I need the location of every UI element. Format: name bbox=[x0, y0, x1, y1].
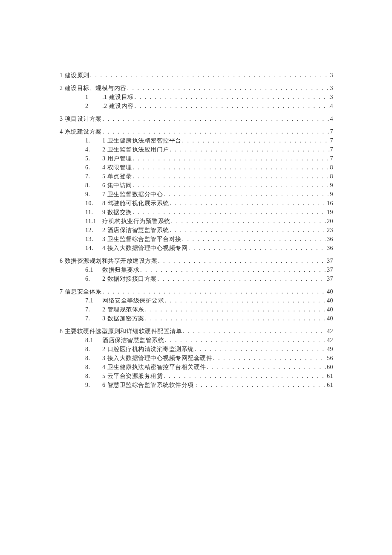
toc-page-number: 61 bbox=[326, 382, 333, 388]
toc-entry[interactable]: 7.5 单点登录8 bbox=[85, 174, 333, 180]
toc-entry[interactable]: 14.4 接入大数据管理中心视频专网36 bbox=[85, 245, 333, 251]
toc-entry-title: 酒店保洁智慧监管系统 bbox=[102, 337, 164, 343]
toc-entry[interactable]: 4 系统建设方案7 bbox=[60, 129, 333, 135]
toc-page-number: 7 bbox=[329, 138, 334, 144]
toc-leader-dots bbox=[200, 382, 326, 388]
toc-entry[interactable]: 6.1 数据归集要求37 bbox=[85, 267, 333, 273]
toc-entry-number: 2 bbox=[85, 103, 102, 109]
toc-entry-number: 6. bbox=[85, 276, 102, 282]
toc-leader-dots bbox=[102, 129, 329, 135]
toc-entry-number: 11. bbox=[85, 209, 102, 215]
toc-leader-dots bbox=[132, 156, 329, 162]
toc-entry-number: 8. bbox=[85, 364, 102, 370]
toc-entry-title: 2 口腔医疗机构清洗消毒监测系统 bbox=[102, 346, 194, 352]
toc-page-number: 3 bbox=[329, 73, 334, 78]
toc-entry-title: 7 信息安全体系 bbox=[60, 289, 102, 295]
toc-entry-number: 7.1 bbox=[85, 298, 102, 304]
toc-leader-dots bbox=[169, 200, 326, 206]
toc-leader-dots bbox=[169, 147, 329, 153]
toc-entry[interactable]: 2.2 建设内容4 bbox=[85, 103, 333, 109]
toc-entry[interactable]: 6.2 数据对接接口方案37 bbox=[85, 276, 333, 282]
toc-leader-dots bbox=[134, 94, 329, 100]
toc-entry-title: 9 数据交换 bbox=[102, 209, 132, 215]
toc-page-number: 42 bbox=[326, 337, 333, 343]
toc-leader-dots bbox=[127, 85, 329, 91]
toc-entry-number: 6. bbox=[85, 165, 102, 171]
toc-entry-number: 11.1 bbox=[85, 218, 102, 224]
toc-entry[interactable]: 8 主要软硬件选型原则和详细软硬件配置清单42 bbox=[60, 328, 333, 334]
toc-leader-dots bbox=[157, 276, 326, 282]
toc-entry-title: 6 集中访问 bbox=[102, 183, 132, 189]
toc-entry-number: 7. bbox=[85, 307, 102, 313]
toc-entry[interactable]: 9.7 卫生监督数据分中心9 bbox=[85, 192, 333, 198]
toc-entry[interactable]: 2 建设目标、规模与内容3 bbox=[60, 85, 333, 91]
toc-entry[interactable]: 1 建设原则3 bbox=[60, 73, 333, 78]
toc-entry-number: 12. bbox=[85, 227, 102, 233]
toc-entry-number: 1. bbox=[85, 138, 102, 144]
toc-page-number: 19 bbox=[326, 209, 333, 215]
toc-entry[interactable]: 6 数据资源规划和共享开放建设方案37 bbox=[60, 258, 333, 264]
toc-entry-title: 4 接入大数据管理中心视频专网 bbox=[102, 245, 187, 251]
toc-entry-title: 8 主要软硬件选型原则和详细软硬件配置清单 bbox=[60, 328, 182, 334]
toc-entry[interactable]: 13.3 卫生监督综合监管平台对接36 bbox=[85, 236, 333, 242]
toc-entry[interactable]: 11.1 疗机构执业行为预警系统20 bbox=[85, 218, 333, 224]
toc-entry-title: 网络安全等级保护要求 bbox=[102, 298, 164, 304]
toc-entry-title: 2 酒店保洁智慧监管系统 bbox=[102, 227, 169, 233]
toc-entry-title: 3 接入大数据管理中心视频专网配套硬件 bbox=[102, 355, 212, 361]
toc-entry[interactable]: 10.8 驾驶舱可视化展示系统16 bbox=[85, 200, 333, 206]
toc-entry-title: 8 驾驶舱可视化展示系统 bbox=[102, 200, 169, 206]
toc-leader-dots bbox=[212, 355, 326, 361]
toc-page-number: 4 bbox=[329, 103, 334, 109]
toc-page-number: 8 bbox=[329, 174, 334, 180]
toc-leader-dots bbox=[163, 373, 326, 379]
toc-entry[interactable]: 8.3 接入大数据管理中心视频专网配套硬件56 bbox=[85, 355, 333, 361]
toc-entry[interactable]: 9.6 智慧卫监综合监管系统软件分项：61 bbox=[85, 382, 333, 388]
toc-entry[interactable]: 8.2 口腔医疗机构清洗消毒监测系统49 bbox=[85, 346, 333, 352]
toc-page-number: 16 bbox=[326, 200, 333, 206]
toc-leader-dots bbox=[169, 227, 326, 233]
toc-page-number: 9 bbox=[329, 192, 334, 198]
toc-entry-number: 9. bbox=[85, 382, 102, 388]
toc-leader-dots bbox=[206, 364, 326, 370]
toc-entry-title: .1 建设目标 bbox=[102, 94, 134, 100]
toc-entry[interactable]: 8.4 卫生健康执法精密智控平台相关硬件60 bbox=[85, 364, 333, 370]
toc-page-number: 3 bbox=[329, 94, 334, 100]
toc-leader-dots bbox=[134, 103, 329, 109]
toc-leader-dots bbox=[164, 298, 326, 304]
toc-page-number: 9 bbox=[329, 183, 334, 189]
toc-entry[interactable]: 8.5 云平台资源服务租赁61 bbox=[85, 373, 333, 379]
toc-entry-title: 3 卫生监督综合监管平台对接 bbox=[102, 236, 182, 242]
toc-entry-title: 数据归集要求 bbox=[102, 267, 139, 273]
toc-entry-number: 8. bbox=[85, 183, 102, 189]
table-of-contents: 1 建设原则32 建设目标、规模与内容31.1 建设目标32.2 建设内容43 … bbox=[59, 73, 333, 388]
toc-entry-number: 8.1 bbox=[85, 337, 102, 343]
toc-entry[interactable]: 1.1 建设目标3 bbox=[85, 94, 333, 100]
toc-entry-number: 13. bbox=[85, 236, 102, 242]
toc-entry[interactable]: 8.1酒店保洁智慧监管系统42 bbox=[85, 337, 333, 343]
toc-entry-number: 9. bbox=[85, 192, 102, 198]
toc-entry[interactable]: 7.2 管理规范体系40 bbox=[85, 307, 333, 313]
toc-entry[interactable]: 5.3 用户管理7 bbox=[85, 156, 333, 162]
toc-page-number: 40 bbox=[326, 316, 333, 322]
toc-entry[interactable]: 12.2 酒店保洁智慧监管系统23 bbox=[85, 227, 333, 233]
toc-page-number: 40 bbox=[326, 307, 333, 313]
toc-entry-title: 4 权限管理 bbox=[102, 165, 132, 171]
toc-entry-number: 8. bbox=[85, 373, 102, 379]
toc-page-number: 36 bbox=[326, 236, 333, 242]
toc-entry[interactable]: 11.9 数据交换19 bbox=[85, 209, 333, 215]
toc-leader-dots bbox=[163, 192, 329, 198]
toc-page-number: 49 bbox=[326, 346, 333, 352]
toc-leader-dots bbox=[144, 316, 326, 322]
toc-entry[interactable]: 7.1网络安全等级保护要求40 bbox=[85, 298, 333, 304]
toc-page-number: 7 bbox=[329, 129, 334, 135]
toc-entry[interactable]: 7.3 数据加密方案40 bbox=[85, 316, 333, 322]
toc-entry-number: 14. bbox=[85, 245, 102, 251]
toc-entry[interactable]: 7 信息安全体系40 bbox=[60, 289, 333, 295]
toc-entry[interactable]: 1.1 卫生健康执法精密智控平台7 bbox=[85, 138, 333, 144]
toc-page-number: 40 bbox=[326, 289, 333, 295]
toc-entry[interactable]: 4.2 卫生监督执法应用门户7 bbox=[85, 147, 333, 153]
toc-entry[interactable]: 8.6 集中访问9 bbox=[85, 183, 333, 189]
toc-entry[interactable]: 6.4 权限管理8 bbox=[85, 165, 333, 171]
toc-leader-dots bbox=[187, 245, 326, 251]
toc-entry[interactable]: 3 项目设计方案4 bbox=[60, 116, 333, 122]
